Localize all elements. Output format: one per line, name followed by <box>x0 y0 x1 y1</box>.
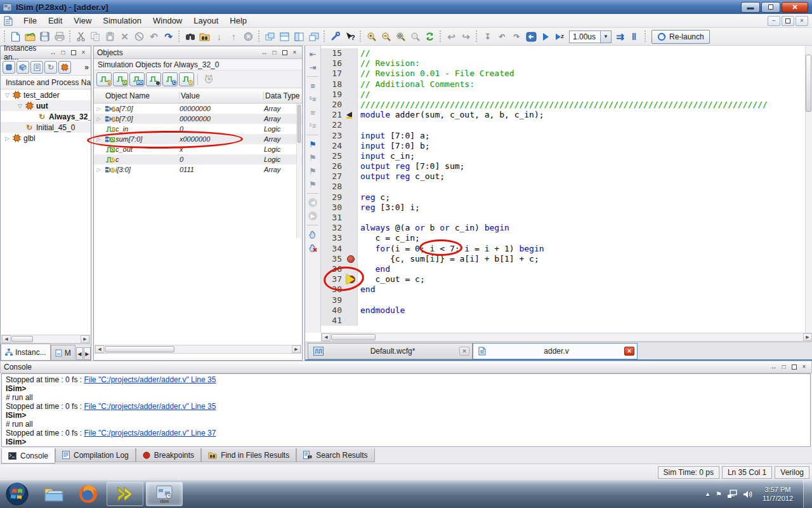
toolbar-grip[interactable] <box>359 30 362 43</box>
restore-button[interactable] <box>761 2 780 13</box>
code-line-23[interactable]: 23input [7:0] a; <box>321 131 806 141</box>
console-source-link[interactable]: File "C:/projects/adder/adder.v" Line 35 <box>84 375 216 384</box>
zoom-in-button[interactable] <box>364 29 379 44</box>
code-line-40[interactable]: 40endmodule <box>321 305 806 316</box>
redo-button[interactable]: ↷ <box>161 29 176 44</box>
delete-button[interactable]: ✕ <box>117 29 132 44</box>
objects-filter-o-button[interactable]: O <box>113 72 128 86</box>
instances-filter-package-button[interactable] <box>16 61 29 74</box>
goto-next-button[interactable]: ↓ <box>212 29 226 44</box>
instances-filter-source-button[interactable] <box>30 61 43 74</box>
maximize-panel-icon[interactable]: □ <box>780 363 788 371</box>
tile-vertical-button[interactable] <box>292 29 306 44</box>
taskbar-explorer-button[interactable] <box>43 483 65 505</box>
console-source-link[interactable]: File "C:/projects/adder/adder.v" Line 37 <box>84 429 216 438</box>
zoom-full-button[interactable] <box>393 29 408 44</box>
add-marker-button[interactable]: ↧ <box>480 29 495 44</box>
object-row-c_out[interactable]: Oc_outxLogic <box>94 144 302 154</box>
clear-bookmarks-button[interactable]: ⚑ <box>306 178 319 190</box>
object-row-a70[interactable]: ▷Ia[7:0]00000000Array <box>94 104 302 114</box>
menu-layout[interactable]: Layout <box>188 15 224 27</box>
hidden-icons-button[interactable]: ▲ <box>705 491 710 497</box>
editor-tab-close-button[interactable]: ✕ <box>624 347 634 356</box>
objects-hscrollbar[interactable]: ◀ ▶ <box>95 345 301 354</box>
code-area[interactable]: 15//16// Revision:17// Revision 0.01 - F… <box>321 46 806 333</box>
toggle-bookmark-button[interactable]: ⚑ <box>306 138 319 150</box>
editor-tab-defaultwcfg[interactable]: Default.wcfg*✕ <box>308 343 473 359</box>
scroll-right-arrow[interactable]: ▶ <box>81 335 89 343</box>
settings-button[interactable] <box>328 29 343 44</box>
restart-button[interactable] <box>524 29 539 44</box>
tab-find-in-files-results[interactable]: Find in Files Results <box>201 448 296 462</box>
objects-filter-u-button[interactable]: U <box>179 72 194 86</box>
code-line-33[interactable]: 33 c = c_in; <box>321 233 806 243</box>
open-file-button[interactable] <box>23 29 37 44</box>
console-source-link[interactable]: File "C:/projects/adder/adder.v" Line 35 <box>84 402 216 411</box>
float-panel-icon[interactable]: ↔ <box>260 48 268 57</box>
code-line-27[interactable]: 27output reg c_out; <box>321 171 806 182</box>
breakpoint-icon[interactable] <box>347 255 355 263</box>
instances-hscrollbar[interactable]: ◀ ▶ <box>1 335 90 344</box>
save-button[interactable] <box>37 29 52 44</box>
toolbar-grip[interactable] <box>178 30 181 43</box>
code-line-38[interactable]: 38end <box>321 284 806 295</box>
nav-forward-button[interactable]: ▶ <box>306 210 319 222</box>
toolbar-grip[interactable] <box>644 30 647 43</box>
row-expander[interactable]: ▷ <box>94 137 103 142</box>
float-panel-icon[interactable]: ↔ <box>49 48 57 57</box>
toolbar-overflow-chevron[interactable]: » <box>84 63 89 72</box>
scroll-right-arrow[interactable]: ▶ <box>803 333 812 341</box>
scroll-thumb[interactable] <box>11 336 33 342</box>
toolbar-grip[interactable] <box>69 30 72 43</box>
virtual-console-button[interactable] <box>201 72 216 86</box>
code-line-36[interactable]: 36 end <box>321 264 806 274</box>
code-line-25[interactable]: 25input c_in; <box>321 151 806 161</box>
object-row-c_in[interactable]: Ic_in0Logic <box>94 124 302 134</box>
close-panel-icon[interactable]: × <box>291 48 299 57</box>
mdi-close-button[interactable]: × <box>796 16 808 26</box>
maximize-panel-icon[interactable]: □ <box>270 48 278 57</box>
menu-help[interactable]: Help <box>224 15 252 27</box>
paste-button[interactable] <box>103 29 117 44</box>
mdi-minimize-button[interactable]: − <box>768 16 780 26</box>
goto-prev-button[interactable]: ↑ <box>226 29 241 44</box>
code-line-26[interactable]: 26output reg [7:0] sum; <box>321 161 806 171</box>
code-line-30[interactable]: 30reg [3:0] i; <box>321 203 806 213</box>
close-button[interactable]: ✕ <box>782 2 808 13</box>
goto-line-disabled-button[interactable]: ⁵≡ <box>306 120 319 131</box>
current-marker[interactable] <box>345 274 358 284</box>
find-button[interactable] <box>183 29 197 44</box>
scroll-thumb[interactable] <box>298 105 301 143</box>
code-line-20[interactable]: 20//////////////////////////////////////… <box>321 100 806 110</box>
scroll-left-arrow[interactable]: ◀ <box>2 335 11 343</box>
zoom-out-button[interactable] <box>379 29 393 44</box>
undo-button[interactable]: ↶ <box>147 29 161 44</box>
editor-tab-adderv[interactable]: adder.v✕ <box>473 343 638 359</box>
scroll-left-arrow[interactable]: ◀ <box>95 345 104 353</box>
unindent-button[interactable]: ⇤ <box>306 48 319 60</box>
float-window-button[interactable] <box>306 29 321 44</box>
action-center-flag-icon[interactable]: ⚑ <box>716 490 722 498</box>
print-button[interactable] <box>52 29 67 44</box>
tree-expander[interactable]: ▷ <box>3 135 11 142</box>
scroll-thumb[interactable] <box>331 334 376 340</box>
stop-button[interactable] <box>241 29 256 44</box>
toolbar-grip[interactable] <box>258 30 261 43</box>
code-line-34[interactable]: 34 for(i = 0; i < 7; i = i + 1) begin <box>321 244 806 254</box>
code-line-31[interactable]: 31 <box>321 213 806 223</box>
pan-button[interactable] <box>306 229 319 240</box>
goto-source-button[interactable]: ↩ <box>444 29 459 44</box>
code-line-32[interactable]: 32always @(a or b or c_in) begin <box>321 223 806 233</box>
menu-view[interactable]: View <box>68 15 97 27</box>
close-panel-icon[interactable]: × <box>79 48 88 57</box>
maximize-panel-icon[interactable]: □ <box>59 48 67 57</box>
goto-wave-button[interactable]: ↪ <box>459 29 473 44</box>
scroll-left-arrow[interactable]: ◀ <box>322 333 331 341</box>
close-panel-icon[interactable]: × <box>800 363 808 371</box>
tab-compilation-log[interactable]: Compilation Log <box>55 448 136 462</box>
mdi-restore-button[interactable] <box>782 16 794 26</box>
tab-breakpoints[interactable]: Breakpoints <box>136 448 201 462</box>
restore-panel-icon[interactable] <box>69 48 77 57</box>
next-bookmark-button[interactable]: ⚑ <box>306 152 319 163</box>
start-button[interactable] <box>5 482 29 506</box>
